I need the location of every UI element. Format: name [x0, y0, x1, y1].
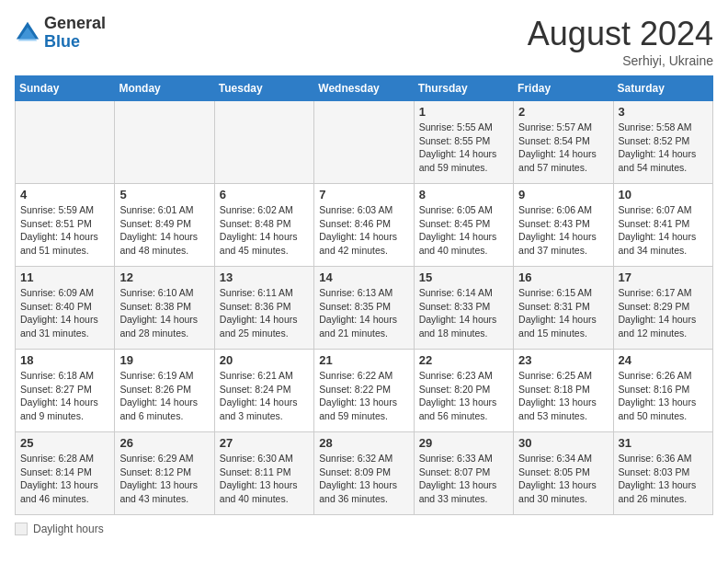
day-number: 26: [119, 436, 209, 450]
day-cell: 17Sunrise: 6:17 AMSunset: 8:29 PMDayligh…: [613, 267, 712, 350]
day-info: Sunrise: 6:21 AMSunset: 8:24 PMDaylight:…: [220, 369, 309, 423]
day-number: 5: [119, 188, 209, 201]
day-number: 1: [419, 105, 508, 119]
day-cell: 22Sunrise: 6:23 AMSunset: 8:20 PMDayligh…: [414, 350, 513, 432]
day-cell: 13Sunrise: 6:11 AMSunset: 8:36 PMDayligh…: [214, 267, 313, 350]
day-number: 24: [619, 353, 708, 367]
day-number: 29: [419, 436, 508, 450]
logo-text: General Blue: [44, 15, 106, 52]
day-info: Sunrise: 6:17 AMSunset: 8:29 PMDaylight:…: [619, 286, 708, 340]
day-cell: 21Sunrise: 6:22 AMSunset: 8:22 PMDayligh…: [314, 350, 414, 432]
day-cell: [214, 101, 313, 184]
col-header-friday: Friday: [514, 76, 613, 101]
day-cell: 10Sunrise: 6:07 AMSunset: 8:41 PMDayligh…: [613, 184, 712, 267]
col-header-wednesday: Wednesday: [314, 76, 414, 101]
day-info: Sunrise: 6:34 AMSunset: 8:05 PMDaylight:…: [518, 452, 608, 506]
day-info: Sunrise: 6:33 AMSunset: 8:07 PMDaylight:…: [419, 452, 508, 506]
col-header-tuesday: Tuesday: [214, 76, 313, 101]
day-number: 17: [619, 270, 708, 284]
day-number: 27: [220, 436, 309, 450]
day-cell: 6Sunrise: 6:02 AMSunset: 8:48 PMDaylight…: [214, 184, 313, 267]
legend: Daylight hours: [15, 523, 713, 535]
day-number: 30: [518, 436, 608, 450]
day-number: 7: [319, 188, 408, 201]
week-row-4: 18Sunrise: 6:18 AMSunset: 8:27 PMDayligh…: [16, 350, 713, 432]
day-info: Sunrise: 6:06 AMSunset: 8:43 PMDaylight:…: [518, 203, 608, 258]
day-info: Sunrise: 6:11 AMSunset: 8:36 PMDaylight:…: [220, 286, 309, 340]
day-info: Sunrise: 6:19 AMSunset: 8:26 PMDaylight:…: [119, 369, 209, 423]
day-cell: 26Sunrise: 6:29 AMSunset: 8:12 PMDayligh…: [115, 432, 214, 515]
day-number: 10: [619, 188, 708, 201]
days-of-week-row: SundayMondayTuesdayWednesdayThursdayFrid…: [16, 76, 713, 101]
week-row-2: 4Sunrise: 5:59 AMSunset: 8:51 PMDaylight…: [16, 184, 713, 267]
day-info: Sunrise: 6:03 AMSunset: 8:46 PMDaylight:…: [319, 203, 408, 258]
week-row-5: 25Sunrise: 6:28 AMSunset: 8:14 PMDayligh…: [16, 432, 713, 515]
day-cell: 12Sunrise: 6:10 AMSunset: 8:38 PMDayligh…: [115, 267, 214, 350]
day-info: Sunrise: 6:23 AMSunset: 8:20 PMDaylight:…: [419, 369, 508, 423]
day-info: Sunrise: 5:58 AMSunset: 8:52 PMDaylight:…: [619, 121, 708, 175]
day-number: 21: [319, 353, 408, 367]
day-number: 22: [419, 353, 508, 367]
day-number: 12: [119, 270, 209, 284]
day-cell: 8Sunrise: 6:05 AMSunset: 8:45 PMDaylight…: [414, 184, 513, 267]
day-number: 11: [20, 270, 109, 284]
day-number: 28: [319, 436, 408, 450]
day-number: 2: [518, 105, 608, 119]
day-info: Sunrise: 6:29 AMSunset: 8:12 PMDaylight:…: [119, 452, 209, 506]
day-number: 15: [419, 270, 508, 284]
day-info: Sunrise: 6:07 AMSunset: 8:41 PMDaylight:…: [619, 203, 708, 258]
col-header-monday: Monday: [115, 76, 214, 101]
col-header-saturday: Saturday: [613, 76, 712, 101]
day-number: 18: [20, 353, 109, 367]
day-info: Sunrise: 6:32 AMSunset: 8:09 PMDaylight:…: [319, 452, 408, 506]
day-cell: 28Sunrise: 6:32 AMSunset: 8:09 PMDayligh…: [314, 432, 414, 515]
day-cell: 11Sunrise: 6:09 AMSunset: 8:40 PMDayligh…: [16, 267, 115, 350]
day-info: Sunrise: 6:01 AMSunset: 8:49 PMDaylight:…: [119, 203, 209, 258]
day-info: Sunrise: 6:30 AMSunset: 8:11 PMDaylight:…: [220, 452, 309, 506]
logo-icon: [15, 20, 40, 46]
day-number: 14: [319, 270, 408, 284]
day-cell: 29Sunrise: 6:33 AMSunset: 8:07 PMDayligh…: [414, 432, 513, 515]
logo-blue-text: Blue: [44, 32, 80, 51]
day-cell: 30Sunrise: 6:34 AMSunset: 8:05 PMDayligh…: [514, 432, 613, 515]
day-cell: 2Sunrise: 5:57 AMSunset: 8:54 PMDaylight…: [514, 101, 613, 184]
day-cell: 14Sunrise: 6:13 AMSunset: 8:35 PMDayligh…: [314, 267, 414, 350]
day-number: 31: [619, 436, 708, 450]
day-info: Sunrise: 5:59 AMSunset: 8:51 PMDaylight:…: [20, 203, 109, 258]
calendar-header: SundayMondayTuesdayWednesdayThursdayFrid…: [16, 76, 713, 101]
day-cell: [115, 101, 214, 184]
day-info: Sunrise: 6:25 AMSunset: 8:18 PMDaylight:…: [518, 369, 608, 423]
page-header: General Blue August 2024 Serhiyi, Ukrain…: [15, 15, 713, 68]
logo-general-text: General: [44, 14, 106, 32]
day-cell: [314, 101, 414, 184]
day-cell: 16Sunrise: 6:15 AMSunset: 8:31 PMDayligh…: [514, 267, 613, 350]
month-year-title: August 2024: [528, 15, 713, 53]
calendar-table: SundayMondayTuesdayWednesdayThursdayFrid…: [15, 75, 713, 515]
location-subtitle: Serhiyi, Ukraine: [528, 53, 713, 68]
day-info: Sunrise: 6:26 AMSunset: 8:16 PMDaylight:…: [619, 369, 708, 423]
day-cell: 1Sunrise: 5:55 AMSunset: 8:55 PMDaylight…: [414, 101, 513, 184]
day-cell: 18Sunrise: 6:18 AMSunset: 8:27 PMDayligh…: [16, 350, 115, 432]
day-number: 3: [619, 105, 708, 119]
legend-box: [15, 523, 28, 535]
day-cell: 15Sunrise: 6:14 AMSunset: 8:33 PMDayligh…: [414, 267, 513, 350]
legend-label: Daylight hours: [33, 523, 104, 535]
day-number: 9: [518, 188, 608, 201]
day-cell: [16, 101, 115, 184]
day-number: 19: [119, 353, 209, 367]
day-cell: 19Sunrise: 6:19 AMSunset: 8:26 PMDayligh…: [115, 350, 214, 432]
day-number: 20: [220, 353, 309, 367]
day-cell: 5Sunrise: 6:01 AMSunset: 8:49 PMDaylight…: [115, 184, 214, 267]
day-number: 23: [518, 353, 608, 367]
day-info: Sunrise: 6:05 AMSunset: 8:45 PMDaylight:…: [419, 203, 508, 258]
col-header-thursday: Thursday: [414, 76, 513, 101]
day-cell: 7Sunrise: 6:03 AMSunset: 8:46 PMDaylight…: [314, 184, 414, 267]
day-info: Sunrise: 6:14 AMSunset: 8:33 PMDaylight:…: [419, 286, 508, 340]
day-number: 13: [220, 270, 309, 284]
day-cell: 24Sunrise: 6:26 AMSunset: 8:16 PMDayligh…: [613, 350, 712, 432]
day-info: Sunrise: 6:09 AMSunset: 8:40 PMDaylight:…: [20, 286, 109, 340]
day-info: Sunrise: 6:36 AMSunset: 8:03 PMDaylight:…: [619, 452, 708, 506]
day-number: 25: [20, 436, 109, 450]
day-number: 4: [20, 188, 109, 201]
week-row-3: 11Sunrise: 6:09 AMSunset: 8:40 PMDayligh…: [16, 267, 713, 350]
